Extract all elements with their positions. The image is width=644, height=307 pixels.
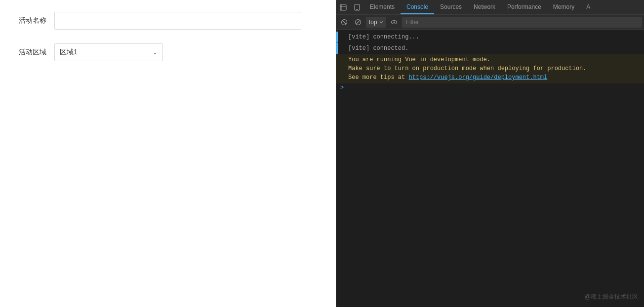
devtools-panel: Elements Console Sources Network Perform… [336, 0, 644, 307]
devtools-tabs: Elements Console Sources Network Perform… [364, 0, 644, 14]
eye-icon[interactable] [388, 16, 400, 28]
top-context-selector[interactable]: top [366, 17, 386, 28]
console-filter-input[interactable] [402, 17, 642, 28]
console-line-vite-connected: [vite] connected. [336, 43, 644, 54]
tab-sources[interactable]: Sources [434, 0, 468, 14]
form-row-region: 活动区域 区域1 ⌄ [15, 43, 321, 61]
svg-line-8 [356, 20, 360, 24]
label-activity-name: 活动名称 [15, 16, 46, 25]
label-activity-region: 活动区域 [15, 48, 46, 57]
select-activity-region[interactable]: 区域1 ⌄ [54, 43, 163, 61]
chevron-down-icon: ⌄ [153, 49, 158, 56]
tab-network[interactable]: Network [468, 0, 501, 14]
tab-memory[interactable]: Memory [547, 0, 580, 14]
devtools-toolbar2: top [336, 15, 644, 30]
block-icon[interactable] [352, 16, 364, 28]
console-line-vue-warning: You are running Vue in development mode.… [336, 54, 644, 83]
console-output[interactable]: [vite] connecting... [vite] connected. Y… [336, 30, 644, 307]
tab-console[interactable]: Console [401, 0, 434, 14]
device-toolbar-icon[interactable] [350, 0, 364, 15]
select-value: 区域1 [60, 48, 153, 57]
console-prompt-row: > [336, 83, 644, 92]
svg-rect-0 [340, 4, 346, 10]
top-selector-label: top [369, 19, 377, 26]
input-activity-name[interactable] [54, 12, 301, 30]
svg-point-10 [393, 21, 395, 23]
devtools-toolbar: Elements Console Sources Network Perform… [336, 0, 644, 15]
form-row-name: 活动名称 [15, 12, 321, 30]
inspect-icon[interactable] [336, 0, 350, 15]
console-prompt-icon: > [340, 84, 344, 91]
svg-line-6 [342, 20, 346, 24]
clear-console-icon[interactable] [338, 16, 350, 28]
left-panel: 活动名称 活动区域 区域1 ⌄ [0, 0, 336, 307]
console-line-vite-connecting: [vite] connecting... [336, 32, 644, 43]
tab-more[interactable]: A [580, 0, 596, 14]
tab-elements[interactable]: Elements [364, 0, 401, 14]
vue-deployment-link[interactable]: https://vuejs.org/guide/deployment.html [408, 74, 547, 81]
tab-performance[interactable]: Performance [501, 0, 547, 14]
